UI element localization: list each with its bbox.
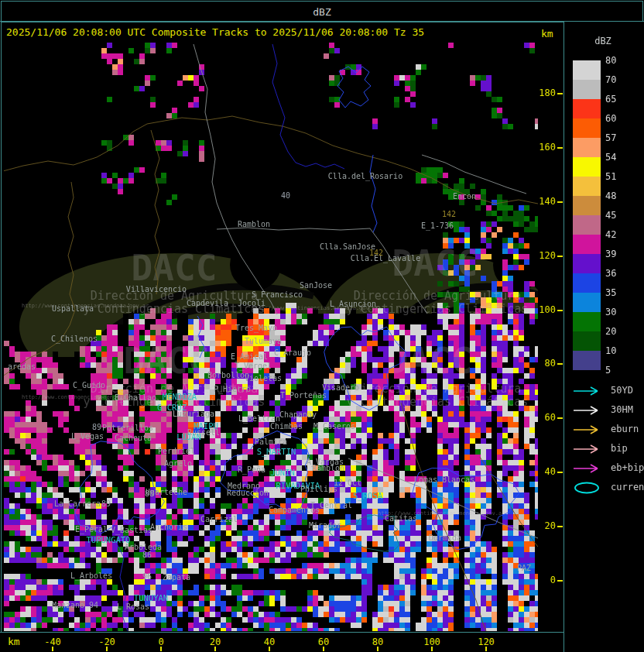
scale-level-label: 51 <box>605 171 636 182</box>
legend-label: current <box>611 482 644 492</box>
x-tick-mark <box>431 647 433 651</box>
x-tick-label: 100 <box>423 637 440 647</box>
scale-level-label: 45 <box>605 210 636 221</box>
y-tick-label: 80 <box>533 358 556 369</box>
scale-swatch <box>573 99 601 118</box>
30HM-arrow-icon <box>572 403 603 417</box>
scale-swatch <box>573 312 601 331</box>
scale-level-label: 65 <box>605 94 636 105</box>
y-tick-label: 140 <box>533 196 556 207</box>
y-tick-label: 120 <box>533 250 556 261</box>
x-tick-label: 120 <box>478 637 495 647</box>
x-tick-mark <box>377 647 379 651</box>
titlebar-divider <box>0 21 644 22</box>
eb+bip-arrow-icon <box>572 462 603 475</box>
scale-level-label: 5 <box>605 365 636 376</box>
scale-swatch <box>573 138 601 157</box>
y-tick-mark <box>557 310 563 311</box>
y-tick-mark <box>557 472 563 473</box>
scale-swatch <box>573 196 601 215</box>
y-tick-label: 100 <box>533 304 556 315</box>
scale-level-label: 30 <box>605 307 636 317</box>
scale-level-label: 60 <box>605 113 636 124</box>
scale-swatch <box>573 177 601 196</box>
scale-swatch <box>573 60 601 80</box>
window-titlebar[interactable]: dBZ <box>1 1 643 22</box>
y-tick-label: 40 <box>533 466 556 477</box>
x-tick-label: 20 <box>210 637 221 647</box>
scale-level-label: 10 <box>605 345 636 356</box>
window-title: dBZ <box>2 6 642 18</box>
x-tick-mark <box>214 647 216 651</box>
legend-label: eburn <box>611 424 639 434</box>
header-title: 2025/11/06 20:08:00 UTC Composite Tracks… <box>6 26 564 42</box>
scale-level-label: 42 <box>605 229 636 240</box>
y-tick-label: 180 <box>533 88 556 98</box>
scale-level-label: 36 <box>605 268 636 279</box>
scale-swatch <box>573 118 601 138</box>
legend-item-eb+bip: eb+bip <box>572 462 643 475</box>
x-tick-label: 80 <box>372 637 383 647</box>
legend-item-50YD: 50YD <box>572 384 643 398</box>
scale-level-label: 70 <box>605 74 636 85</box>
legend-item-bip: bip <box>572 442 643 456</box>
x-axis: km -40-20020406080100120 <box>0 633 564 652</box>
x-tick-label: 40 <box>264 637 275 647</box>
eburn-arrow-icon <box>572 423 603 437</box>
x-tick-mark <box>269 647 270 651</box>
bip-arrow-icon <box>572 442 603 456</box>
legend-item-eburn: eburn <box>572 423 643 437</box>
y-tick-mark <box>557 417 563 419</box>
y-tick-label: 160 <box>533 142 556 153</box>
x-tick-label: -20 <box>98 637 115 647</box>
y-axis-unit-label: km <box>541 28 553 39</box>
y-tick-mark <box>557 363 563 365</box>
legend-label: 30HM <box>611 404 633 415</box>
scale-level-label: 20 <box>605 326 636 337</box>
legend-item-30HM: 30HM <box>572 403 643 417</box>
y-tick-mark <box>557 580 563 582</box>
scale-swatch <box>573 351 601 370</box>
scale-swatch <box>573 80 601 99</box>
x-tick-mark <box>106 647 108 651</box>
scale-level-label: 54 <box>605 152 636 163</box>
y-tick-mark <box>557 147 563 149</box>
x-tick-label: -40 <box>44 637 61 647</box>
scale-title: dBZ <box>564 36 642 46</box>
legend-item-current: current <box>572 481 643 495</box>
y-tick-label: 0 <box>533 575 556 585</box>
legend-label: 50YD <box>611 385 633 396</box>
y-tick-label: 20 <box>533 520 556 531</box>
scale-swatch <box>573 215 601 235</box>
x-tick-label: 0 <box>158 637 163 647</box>
scale-level-label: 35 <box>605 287 636 298</box>
y-tick-mark <box>557 526 563 527</box>
scale-swatch <box>573 293 601 312</box>
scale-swatch <box>573 235 601 254</box>
scale-swatch <box>573 254 601 273</box>
50YD-arrow-icon <box>572 384 603 398</box>
current-ellipse-icon <box>572 481 603 495</box>
x-tick-mark <box>160 647 162 651</box>
radar-window: dBZ 2025/11/06 20:08:00 UTC Composite Tr… <box>0 0 644 652</box>
y-tick-label: 60 <box>533 412 556 423</box>
x-tick-mark <box>52 647 53 651</box>
scale-swatch <box>573 273 601 293</box>
scale-level-label: 48 <box>605 190 636 201</box>
scale-level-label: 39 <box>605 249 636 259</box>
y-tick-mark <box>557 93 563 94</box>
x-axis-unit-label: km <box>8 636 20 647</box>
legend-label: eb+bip <box>611 462 644 473</box>
scale-swatch <box>573 331 601 351</box>
x-tick-label: 60 <box>318 637 329 647</box>
scale-swatch <box>573 157 601 177</box>
scale-level-label: 57 <box>605 132 636 143</box>
y-tick-mark <box>557 256 563 257</box>
radar-map-canvas[interactable] <box>4 43 538 631</box>
radar-plot: Clla.del_RosarioEncon142E_1-736Ramblon40… <box>4 43 538 631</box>
scale-level-label: 80 <box>605 55 636 66</box>
x-tick-mark <box>323 647 324 651</box>
y-tick-mark <box>557 201 563 203</box>
scale-panel: dBZ 80706560575451484542393635302010550Y… <box>564 22 644 652</box>
x-tick-mark <box>485 647 487 651</box>
